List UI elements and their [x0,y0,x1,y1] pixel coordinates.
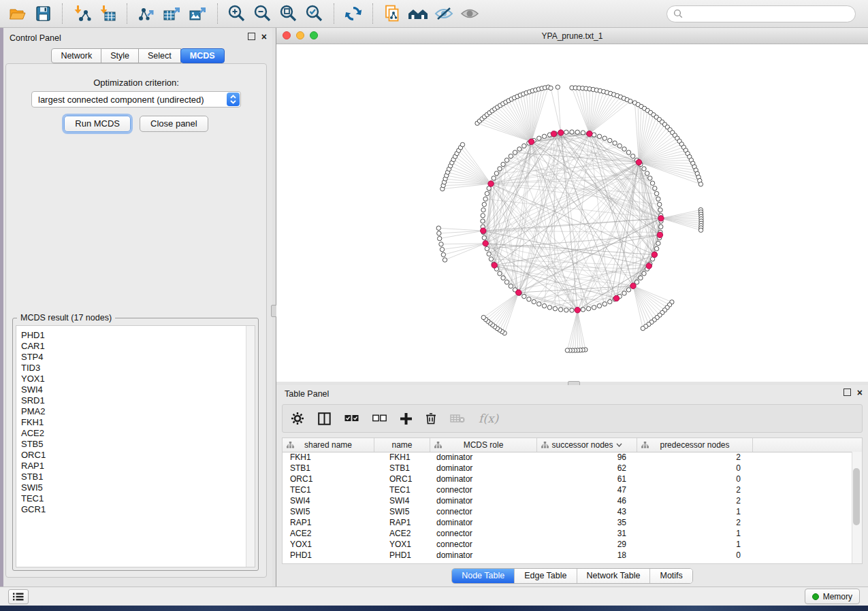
table-row[interactable]: PHD1PHD1dominator180 [283,550,852,561]
tab-network[interactable]: Network [51,48,101,63]
import-network-icon[interactable] [70,2,93,25]
cell: SWI5 [283,506,374,517]
tab-network-table[interactable]: Network Table [577,569,650,583]
refresh-icon[interactable] [342,2,365,25]
table-scrollbar[interactable] [852,452,862,563]
zoom-out-icon[interactable] [251,2,274,25]
minimize-window-icon[interactable] [296,31,304,39]
save-glyph [34,5,52,22]
cell: 47 [537,484,637,495]
zoom-selected-icon[interactable] [303,2,326,25]
float-panel-icon[interactable] [843,389,851,396]
export-table-icon[interactable] [161,2,184,25]
show-columns-icon[interactable] [318,412,331,425]
result-node: YOX1 [21,374,255,384]
table-row[interactable]: SWI5SWI5connector431 [283,506,852,517]
show-all-icon[interactable] [458,2,481,25]
hide-selected-icon[interactable] [432,2,455,25]
zoom-window-icon[interactable] [310,31,318,39]
tab-edge-table[interactable]: Edge Table [514,569,576,583]
network-titlebar[interactable]: YPA_prune.txt_1 [276,28,868,44]
cell: ACE2 [374,528,430,539]
select-stepper-icon [227,93,240,106]
toolbar-separator [372,3,373,24]
table-row[interactable]: ORC1ORC1dominator610 [283,474,852,484]
result-node: SRD1 [21,395,255,406]
memory-button[interactable]: Memory [805,589,860,604]
mcds-result-scrollbar[interactable] [246,326,255,567]
delete-column-icon[interactable] [425,412,436,425]
column-header-predecessor-nodes[interactable]: predecessor nodes [637,438,753,452]
cell: YOX1 [374,539,430,550]
table-body: FKH1FKH1dominator962STB1STB1dominator620… [283,452,852,563]
mcds-result-list: PHD1CAR1STP4TID3YOX1SWI4SRD1PMA2FKH1ACE2… [16,325,255,567]
result-node: FKH1 [21,417,255,428]
first-neighbors-icon[interactable] [406,2,430,25]
network-canvas[interactable] [276,44,868,382]
tab-node-table[interactable]: Node Table [452,569,514,583]
network-file-glyph [383,4,402,23]
cell: 18 [537,550,637,561]
result-node: STP4 [21,352,255,363]
select-all-icon[interactable] [344,414,359,423]
table-row[interactable]: ACE2ACE2connector311 [283,528,852,539]
close-panel-button[interactable]: Close panel [140,116,208,132]
tab-select[interactable]: Select [138,48,181,63]
add-column-icon[interactable] [400,413,412,425]
table-panel-title: Table Panel [285,389,329,399]
open-folder-icon[interactable] [5,2,29,25]
node-table: shared namenameMCDS rolesuccessor nodesp… [282,437,863,564]
import-table-icon[interactable] [96,2,119,25]
tab-mcds[interactable]: MCDS [180,48,225,63]
deselect-all-icon[interactable] [372,414,387,423]
zoom-in-glyph [227,4,246,23]
close-window-icon[interactable] [283,31,291,39]
export-image-glyph [189,5,208,23]
network-file-icon[interactable] [381,2,404,25]
cell: TEC1 [283,484,374,495]
search-icon [673,9,683,18]
export-network-icon[interactable] [135,2,158,25]
column-header-shared-name[interactable]: shared name [283,438,374,452]
toolbar-separator [62,3,63,24]
cell: dominator [430,463,537,474]
table-row[interactable]: STB1STB1dominator620 [283,463,852,474]
tab-style[interactable]: Style [101,48,139,63]
column-header-name[interactable]: name [374,438,430,452]
zoom-in-icon[interactable] [225,2,248,25]
sort-desc-icon [616,443,622,447]
table-row[interactable]: YOX1YOX1connector291 [283,539,852,550]
console-list-icon[interactable] [8,589,29,604]
zoom-selected-glyph [305,4,324,23]
column-header-successor-nodes[interactable]: successor nodes [537,438,637,452]
table-row[interactable]: SWI4SWI4dominator462 [283,495,852,506]
close-panel-icon[interactable]: × [857,389,863,396]
search-box[interactable] [666,5,856,22]
table-row[interactable]: TEC1TEC1connector472 [283,484,852,495]
table-row[interactable]: RAP1RAP1dominator352 [283,517,852,528]
cell: SWI4 [374,495,430,506]
table-row[interactable]: FKH1FKH1dominator962 [283,452,852,463]
cell: SWI5 [374,506,430,517]
cell: dominator [430,550,537,561]
table-settings-gear-icon[interactable] [291,412,304,425]
table-tabs: Node TableEdge TableNetwork TableMotifs [451,568,693,584]
cell: 31 [537,528,637,539]
close-panel-icon[interactable]: × [261,33,267,40]
scrollbar-thumb[interactable] [853,468,860,525]
optimization-criterion-select[interactable]: largest connected component (undirected) [31,91,241,108]
cell: 1 [637,528,753,539]
column-header-MCDS-role[interactable]: MCDS role [430,438,537,452]
toolbar-separator [217,3,218,24]
hide-selected-glyph [434,5,454,22]
save-icon[interactable] [31,2,54,25]
export-image-icon[interactable] [187,2,210,25]
float-panel-icon[interactable] [248,33,255,40]
cell: RAP1 [374,517,430,528]
search-input[interactable] [687,8,849,19]
tab-motifs[interactable]: Motifs [649,569,692,583]
app-window: Control Panel × NetworkStyleSelectMCDS O… [0,0,868,611]
cell: 2 [637,452,753,463]
zoom-fit-icon[interactable] [277,2,300,25]
run-mcds-button[interactable]: Run MCDS [64,116,131,132]
